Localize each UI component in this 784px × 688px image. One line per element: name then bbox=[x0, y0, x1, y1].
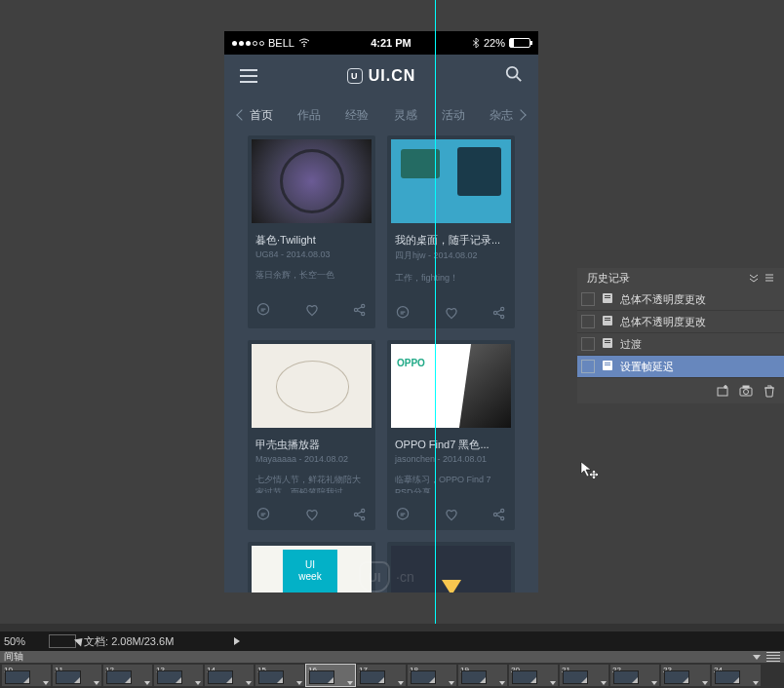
frame-thumbnail bbox=[664, 670, 689, 684]
card-thumbnail bbox=[252, 344, 372, 428]
frame-delay-dropdown-icon[interactable] bbox=[347, 681, 353, 685]
comment-icon[interactable] bbox=[395, 305, 411, 321]
menu-icon[interactable] bbox=[240, 69, 257, 83]
card-desc: 落日余辉，长空一色 bbox=[255, 269, 368, 288]
svg-rect-20 bbox=[605, 295, 610, 296]
logo-badge-icon: U bbox=[347, 68, 363, 84]
heart-icon[interactable] bbox=[304, 302, 320, 318]
timeline-frame[interactable]: 14 bbox=[205, 665, 254, 686]
heart-icon[interactable] bbox=[304, 507, 320, 522]
frame-thumbnail bbox=[208, 670, 233, 684]
guide-line[interactable] bbox=[435, 0, 436, 624]
history-item[interactable]: 总体不透明度更改 bbox=[577, 311, 784, 333]
dropdown-icon[interactable] bbox=[753, 655, 761, 660]
frame-delay-dropdown-icon[interactable] bbox=[601, 681, 607, 685]
timeline-frame[interactable]: 15 bbox=[255, 665, 304, 686]
frame-delay-dropdown-icon[interactable] bbox=[449, 681, 454, 685]
history-state-icon bbox=[601, 314, 614, 329]
frame-delay-dropdown-icon[interactable] bbox=[94, 681, 99, 685]
tab-works[interactable]: 作品 bbox=[297, 107, 321, 124]
frame-delay-dropdown-icon[interactable] bbox=[550, 681, 556, 685]
comment-icon[interactable] bbox=[255, 507, 271, 522]
timeline-frame[interactable]: 17 bbox=[357, 665, 406, 686]
frames-strip[interactable]: 101112131415161718192021222324 bbox=[0, 663, 784, 688]
frame-delay-dropdown-icon[interactable] bbox=[753, 681, 759, 685]
timeline-frame[interactable]: 20 bbox=[509, 665, 558, 686]
card-item[interactable]: 暮色·Twilight UG84 - 2014.08.03 落日余辉，长空一色 bbox=[248, 135, 375, 328]
visibility-box[interactable] bbox=[581, 360, 595, 373]
heart-icon[interactable] bbox=[444, 507, 459, 522]
trash-icon[interactable] bbox=[763, 384, 776, 398]
svg-line-2 bbox=[517, 77, 522, 82]
tab-inspiration[interactable]: 灵感 bbox=[394, 107, 417, 124]
new-snapshot-icon[interactable] bbox=[716, 384, 729, 398]
preview-icon[interactable] bbox=[49, 634, 76, 648]
frame-delay-dropdown-icon[interactable] bbox=[195, 681, 201, 685]
card-item[interactable]: 我的桌面，随手记录... 四月hjw - 2014.08.02 工作，fight… bbox=[387, 135, 515, 328]
card-item[interactable]: 甲壳虫播放器 Mayaaaaa - 2014.08.02 七夕情人节，鲜花礼物陪… bbox=[248, 340, 375, 530]
share-icon[interactable] bbox=[352, 507, 368, 522]
frame-delay-dropdown-icon[interactable] bbox=[43, 681, 49, 685]
card-meta: Mayaaaaa - 2014.08.02 bbox=[255, 454, 368, 464]
zoom-level[interactable]: 50% bbox=[4, 635, 41, 647]
svg-rect-34 bbox=[743, 386, 749, 388]
comment-icon[interactable] bbox=[255, 302, 271, 318]
frame-delay-dropdown-icon[interactable] bbox=[702, 681, 708, 685]
history-item[interactable]: 总体不透明度更改 bbox=[577, 288, 784, 311]
tab-home[interactable]: 首页 bbox=[238, 107, 273, 124]
frame-delay-dropdown-icon[interactable] bbox=[296, 681, 302, 685]
timeline-header[interactable]: 间轴 bbox=[0, 651, 784, 663]
card-meta: jasonchen - 2014.08.01 bbox=[395, 454, 507, 464]
history-label: 总体不透明度更改 bbox=[620, 315, 706, 329]
frame-delay-dropdown-icon[interactable] bbox=[398, 681, 404, 685]
comment-icon[interactable] bbox=[395, 507, 411, 522]
timeline-frame[interactable]: 16 bbox=[306, 665, 355, 686]
tab-activity[interactable]: 活动 bbox=[442, 107, 465, 124]
card-item[interactable]: OPPO Find7 黑色... jasonchen - 2014.08.01 … bbox=[387, 340, 515, 530]
timeline-frame[interactable]: 22 bbox=[610, 665, 659, 686]
frame-delay-dropdown-icon[interactable] bbox=[499, 681, 505, 685]
frame-delay-dropdown-icon[interactable] bbox=[246, 681, 252, 685]
timeline-frame[interactable]: 21 bbox=[560, 665, 608, 686]
battery-icon bbox=[509, 38, 530, 48]
svg-rect-24 bbox=[605, 320, 610, 321]
frame-thumbnail bbox=[360, 670, 385, 684]
card-item[interactable] bbox=[248, 542, 375, 592]
svg-rect-30 bbox=[605, 364, 610, 365]
tab-experience[interactable]: 经验 bbox=[345, 107, 369, 124]
share-icon[interactable] bbox=[352, 302, 368, 318]
card-actions bbox=[387, 299, 515, 328]
visibility-box[interactable] bbox=[581, 337, 595, 351]
timeline-frame[interactable]: 12 bbox=[103, 665, 152, 686]
svg-rect-26 bbox=[605, 340, 610, 341]
timeline-frame[interactable]: 10 bbox=[2, 665, 51, 686]
panel-menu-icon[interactable] bbox=[766, 652, 780, 662]
doc-size: 2.08M/23.6M bbox=[111, 635, 174, 647]
history-item[interactable]: 设置帧延迟 bbox=[577, 356, 784, 378]
share-icon[interactable] bbox=[491, 305, 507, 321]
canvas-area[interactable]: BELL 4:21 PM 22% U UI.CN bbox=[0, 0, 784, 624]
history-item[interactable]: 过渡 bbox=[577, 333, 784, 356]
search-icon[interactable] bbox=[505, 65, 523, 87]
visibility-box[interactable] bbox=[581, 315, 595, 328]
camera-icon[interactable] bbox=[739, 384, 753, 398]
panel-menu-icon[interactable] bbox=[764, 273, 774, 285]
heart-icon[interactable] bbox=[444, 305, 459, 321]
timeline-frame[interactable]: 11 bbox=[53, 665, 101, 686]
timeline-frame[interactable]: 19 bbox=[458, 665, 507, 686]
frame-delay-dropdown-icon[interactable] bbox=[651, 681, 657, 685]
timeline-frame[interactable]: 18 bbox=[408, 665, 456, 686]
watermark-text: ·cn bbox=[396, 569, 414, 585]
share-icon[interactable] bbox=[491, 507, 507, 522]
frame-delay-dropdown-icon[interactable] bbox=[144, 681, 150, 685]
card-title: 暮色·Twilight bbox=[255, 233, 368, 248]
panel-collapse-icon[interactable] bbox=[749, 273, 759, 285]
timeline-frame[interactable]: 13 bbox=[154, 665, 203, 686]
svg-point-1 bbox=[507, 67, 518, 78]
history-panel-tab[interactable]: 历史记录 bbox=[577, 268, 784, 288]
visibility-box[interactable] bbox=[581, 292, 595, 306]
tab-magazine[interactable]: 杂志 bbox=[490, 107, 525, 124]
expand-icon[interactable] bbox=[234, 637, 240, 645]
timeline-frame[interactable]: 23 bbox=[661, 665, 710, 686]
timeline-frame[interactable]: 24 bbox=[712, 665, 761, 686]
